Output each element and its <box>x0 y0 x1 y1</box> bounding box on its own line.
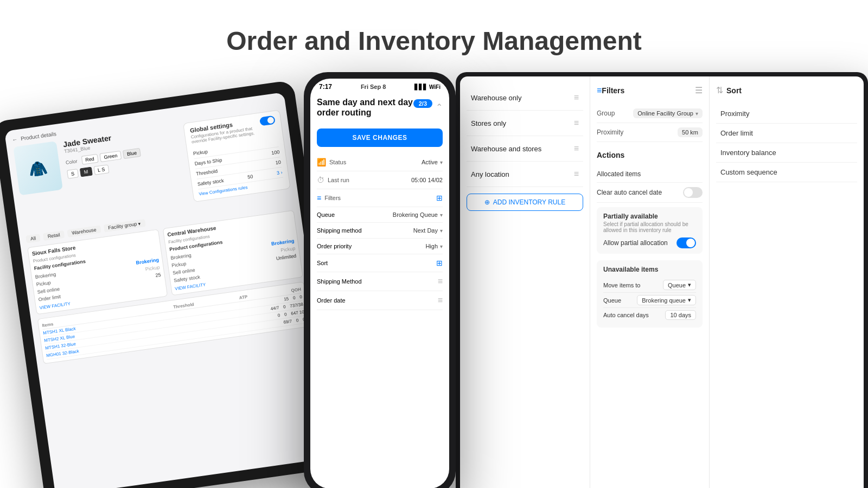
chevron-up-icon: ⌃ <box>436 102 443 112</box>
proximity-filter-row: Proximity 50 km <box>597 123 703 142</box>
filters-title: Filters <box>602 86 624 95</box>
gs-safety-label: Safety stock <box>197 178 224 187</box>
queue-brokering-row: Queue Brokering queue ▾ <box>603 293 696 308</box>
shipping-method-row[interactable]: Shipping method Next Day ▾ <box>317 223 443 239</box>
color-label: Color <box>65 158 78 165</box>
actions-section: Actions Allocated items Clear auto cance… <box>597 151 703 328</box>
center-phone-body: 7:17 Fri Sep 8 ▋▋▋ WiFi Same day and nex… <box>304 72 456 488</box>
product-screen: ← Product details 🧥 Jade Sweater T3041_B… <box>4 92 335 488</box>
gs-days-val: 100 <box>271 149 280 156</box>
shipping-drag-icon: ≡ <box>438 277 443 286</box>
warehouse-only-label: Warehouse only <box>471 94 521 102</box>
tag-retail[interactable]: Retail <box>43 230 65 241</box>
sort-header: ⇅ Sort <box>716 85 857 95</box>
warehouse-only-item[interactable]: Warehouse only ≡ <box>467 85 583 111</box>
group-value[interactable]: Online Facility Group ▾ <box>633 108 703 118</box>
product-image: 🧥 <box>13 141 63 195</box>
central-warehouse-col: Central Warehouse Facility configuration… <box>163 210 303 296</box>
location-column: Warehouse only ≡ Stores only ≡ Warehouse… <box>460 76 590 488</box>
shipping-method-value: Next Day <box>413 227 438 234</box>
move-items-chevron: ▾ <box>688 281 691 288</box>
queue-brokering-value[interactable]: Brokering queue ▾ <box>637 295 696 305</box>
color-red[interactable]: Red <box>81 154 98 165</box>
sort-order-limit[interactable]: Order limit <box>716 124 857 143</box>
warehouse-stores-drag: ≡ <box>574 144 579 153</box>
queue-value: Brokering Queue <box>393 211 438 218</box>
phone-status-bar: 7:17 Fri Sep 8 ▋▋▋ WiFi <box>310 79 449 93</box>
stores-only-item[interactable]: Stores only ≡ <box>467 111 583 136</box>
clear-cancel-label: Clear auto cancel date <box>597 189 662 196</box>
filters-icon-left: ≡ <box>317 194 321 202</box>
last-run-icon: ⏱ <box>317 176 324 184</box>
move-items-label: Move items to <box>603 282 640 288</box>
priority-chevron: ▾ <box>440 243 443 249</box>
size-s[interactable]: S <box>67 169 79 179</box>
filters-header-icon: ≡ <box>597 86 602 95</box>
global-settings-box: Global settings Configurations for a pro… <box>183 110 291 202</box>
add-rule-plus-icon: ⊕ <box>484 198 490 206</box>
proximity-value[interactable]: 50 km <box>678 127 703 137</box>
color-green[interactable]: Green <box>99 151 122 162</box>
queue-label: Queue <box>317 211 335 218</box>
shipping-method-drag-row: Shipping Method ≡ <box>317 272 443 291</box>
status-row: 📶 Status Active ▾ <box>317 153 443 171</box>
page-title: Order and Inventory Management <box>0 26 868 56</box>
order-date-drag-icon: ≡ <box>438 296 443 305</box>
clear-cancel-toggle[interactable] <box>683 187 703 198</box>
filters-row[interactable]: ≡ Filters ⊞ <box>317 189 443 207</box>
auto-cancel-row: Auto cancel days 10 days <box>603 308 696 322</box>
unavail-title: Unavailable items <box>603 266 696 273</box>
proximity-label: Proximity <box>597 129 623 136</box>
clear-cancel-row: Clear auto cancel date <box>597 183 703 203</box>
gs-days-label: Days to Ship <box>194 157 222 166</box>
any-location-item[interactable]: Any location ≡ <box>467 162 583 187</box>
filters-column: ≡ Filters ☰ Group Online Facility Group … <box>590 76 710 488</box>
tag-all[interactable]: All <box>25 234 41 243</box>
gs-pickup-label: Pickup <box>193 149 208 157</box>
partial-title: Partially available <box>603 213 696 220</box>
add-inventory-rule-button[interactable]: ⊕ ADD INVENTORY RULE <box>467 194 583 211</box>
allow-partial-toggle[interactable] <box>676 237 696 248</box>
auto-cancel-label: Auto cancel days <box>603 312 649 318</box>
partial-subtitle: Select if partial allocation should be a… <box>603 221 696 233</box>
last-run-row: ⏱ Last run 05:00 14/02 <box>317 171 443 189</box>
gs-threshold-label: Threshold <box>196 168 218 176</box>
sort-custom-sequence[interactable]: Custom sequence <box>716 163 857 182</box>
status-icon: 📶 <box>317 158 326 166</box>
center-phone: 7:17 Fri Sep 8 ▋▋▋ WiFi Same day and nex… <box>304 72 456 488</box>
sort-arrows-icon: ⇅ <box>716 85 723 95</box>
order-date-label: Order date <box>317 297 346 304</box>
sort-row[interactable]: Sort ⊞ <box>317 254 443 272</box>
move-items-row: Move items to Queue ▾ <box>603 278 696 293</box>
any-location-drag: ≡ <box>574 169 579 179</box>
routing-title: Same day and next day order routing <box>317 97 413 118</box>
sort-proximity[interactable]: Proximity <box>716 104 857 124</box>
left-tablet-screen: ← Product details 🧥 Jade Sweater T3041_B… <box>4 92 335 488</box>
tag-warehouse[interactable]: Warehouse <box>67 225 101 237</box>
auto-cancel-value[interactable]: 10 days <box>665 310 696 320</box>
warehouse-stores-label: Warehouse and stores <box>471 145 541 153</box>
save-changes-button[interactable]: SAVE CHANGES <box>317 129 443 147</box>
size-l[interactable]: L S <box>93 164 109 175</box>
sort-filter-icon: ⊞ <box>436 259 443 267</box>
move-items-value[interactable]: Queue ▾ <box>663 280 696 290</box>
order-priority-row[interactable]: Order priority High ▾ <box>317 239 443 254</box>
unavailable-items-box: Unavailable items Move items to Queue ▾ … <box>597 260 703 328</box>
phone-date: Fri Sep 8 <box>361 84 386 90</box>
sort-inventory-balance[interactable]: Inventory balance <box>716 143 857 163</box>
warehouse-only-drag: ≡ <box>574 93 579 102</box>
tag-facility-group[interactable]: Facility group ▾ <box>103 219 145 233</box>
center-phone-screen: 7:17 Fri Sep 8 ▋▋▋ WiFi Same day and nex… <box>310 79 449 488</box>
warehouse-stores-item[interactable]: Warehouse and stores ≡ <box>467 136 583 162</box>
stores-only-label: Stores only <box>471 119 506 127</box>
global-settings-toggle[interactable] <box>259 115 276 126</box>
product-header: 🧥 Jade Sweater T3041_Blue Color Red Gree… <box>13 110 291 230</box>
product-nav-label: Product details <box>20 131 56 142</box>
queue-row[interactable]: Queue Brokering Queue ▾ <box>317 207 443 223</box>
shipping-method-drag-label: Shipping Method <box>317 278 362 285</box>
size-m[interactable]: M <box>80 167 93 177</box>
color-blue[interactable]: Blue <box>123 148 141 159</box>
order-priority-value: High <box>425 243 438 249</box>
left-tablet: ← Product details 🧥 Jade Sweater T3041_B… <box>0 80 347 488</box>
phone-content: Same day and next day order routing 2/3 … <box>310 93 449 314</box>
